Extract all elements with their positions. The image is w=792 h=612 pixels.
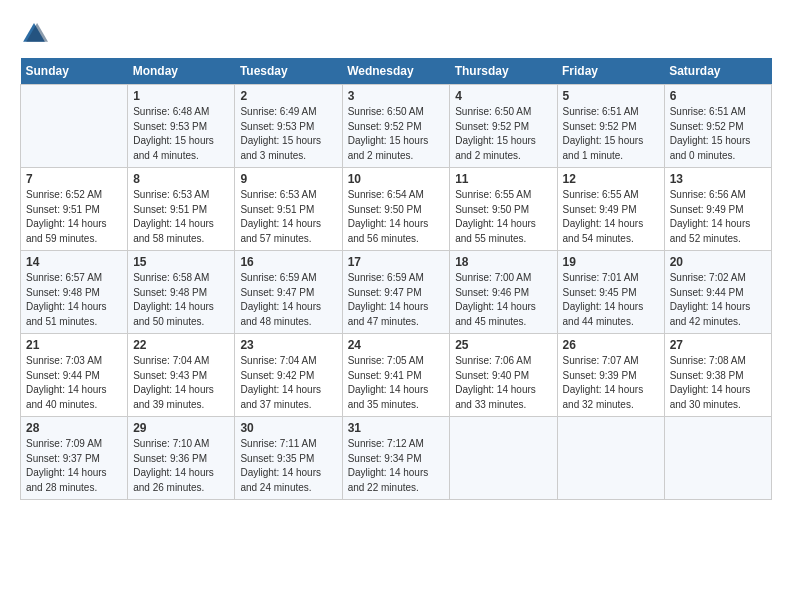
calendar-cell: 7Sunrise: 6:52 AM Sunset: 9:51 PM Daylig… <box>21 168 128 251</box>
day-number: 16 <box>240 255 336 269</box>
day-info: Sunrise: 7:10 AM Sunset: 9:36 PM Dayligh… <box>133 437 229 495</box>
calendar-week-4: 21Sunrise: 7:03 AM Sunset: 9:44 PM Dayli… <box>21 334 772 417</box>
logo <box>20 20 52 48</box>
calendar-cell: 24Sunrise: 7:05 AM Sunset: 9:41 PM Dayli… <box>342 334 450 417</box>
calendar-cell: 18Sunrise: 7:00 AM Sunset: 9:46 PM Dayli… <box>450 251 557 334</box>
day-info: Sunrise: 7:00 AM Sunset: 9:46 PM Dayligh… <box>455 271 551 329</box>
calendar-body: 1Sunrise: 6:48 AM Sunset: 9:53 PM Daylig… <box>21 85 772 500</box>
day-info: Sunrise: 7:07 AM Sunset: 9:39 PM Dayligh… <box>563 354 659 412</box>
day-number: 17 <box>348 255 445 269</box>
day-info: Sunrise: 6:54 AM Sunset: 9:50 PM Dayligh… <box>348 188 445 246</box>
calendar-cell: 15Sunrise: 6:58 AM Sunset: 9:48 PM Dayli… <box>128 251 235 334</box>
calendar-cell: 27Sunrise: 7:08 AM Sunset: 9:38 PM Dayli… <box>664 334 771 417</box>
day-number: 8 <box>133 172 229 186</box>
day-number: 12 <box>563 172 659 186</box>
calendar-cell: 25Sunrise: 7:06 AM Sunset: 9:40 PM Dayli… <box>450 334 557 417</box>
day-number: 28 <box>26 421 122 435</box>
day-number: 30 <box>240 421 336 435</box>
day-number: 13 <box>670 172 766 186</box>
calendar-cell: 4Sunrise: 6:50 AM Sunset: 9:52 PM Daylig… <box>450 85 557 168</box>
calendar-cell: 21Sunrise: 7:03 AM Sunset: 9:44 PM Dayli… <box>21 334 128 417</box>
calendar-week-1: 1Sunrise: 6:48 AM Sunset: 9:53 PM Daylig… <box>21 85 772 168</box>
day-info: Sunrise: 6:48 AM Sunset: 9:53 PM Dayligh… <box>133 105 229 163</box>
calendar-cell <box>557 417 664 500</box>
day-number: 27 <box>670 338 766 352</box>
day-number: 9 <box>240 172 336 186</box>
day-number: 25 <box>455 338 551 352</box>
day-number: 22 <box>133 338 229 352</box>
calendar-table: SundayMondayTuesdayWednesdayThursdayFrid… <box>20 58 772 500</box>
day-number: 31 <box>348 421 445 435</box>
calendar-cell: 12Sunrise: 6:55 AM Sunset: 9:49 PM Dayli… <box>557 168 664 251</box>
day-number: 5 <box>563 89 659 103</box>
day-number: 7 <box>26 172 122 186</box>
day-header-tuesday: Tuesday <box>235 58 342 85</box>
day-number: 21 <box>26 338 122 352</box>
day-info: Sunrise: 7:05 AM Sunset: 9:41 PM Dayligh… <box>348 354 445 412</box>
day-info: Sunrise: 6:51 AM Sunset: 9:52 PM Dayligh… <box>563 105 659 163</box>
day-info: Sunrise: 6:52 AM Sunset: 9:51 PM Dayligh… <box>26 188 122 246</box>
day-info: Sunrise: 6:49 AM Sunset: 9:53 PM Dayligh… <box>240 105 336 163</box>
day-header-sunday: Sunday <box>21 58 128 85</box>
day-number: 18 <box>455 255 551 269</box>
day-info: Sunrise: 7:02 AM Sunset: 9:44 PM Dayligh… <box>670 271 766 329</box>
day-header-thursday: Thursday <box>450 58 557 85</box>
day-info: Sunrise: 6:51 AM Sunset: 9:52 PM Dayligh… <box>670 105 766 163</box>
day-info: Sunrise: 6:59 AM Sunset: 9:47 PM Dayligh… <box>240 271 336 329</box>
calendar-cell: 20Sunrise: 7:02 AM Sunset: 9:44 PM Dayli… <box>664 251 771 334</box>
day-header-saturday: Saturday <box>664 58 771 85</box>
day-info: Sunrise: 7:11 AM Sunset: 9:35 PM Dayligh… <box>240 437 336 495</box>
calendar-cell: 28Sunrise: 7:09 AM Sunset: 9:37 PM Dayli… <box>21 417 128 500</box>
day-number: 24 <box>348 338 445 352</box>
day-number: 1 <box>133 89 229 103</box>
logo-icon <box>20 20 48 48</box>
day-header-monday: Monday <box>128 58 235 85</box>
day-header-wednesday: Wednesday <box>342 58 450 85</box>
day-info: Sunrise: 7:04 AM Sunset: 9:42 PM Dayligh… <box>240 354 336 412</box>
calendar-cell: 5Sunrise: 6:51 AM Sunset: 9:52 PM Daylig… <box>557 85 664 168</box>
day-number: 20 <box>670 255 766 269</box>
day-info: Sunrise: 6:50 AM Sunset: 9:52 PM Dayligh… <box>348 105 445 163</box>
calendar-cell: 17Sunrise: 6:59 AM Sunset: 9:47 PM Dayli… <box>342 251 450 334</box>
calendar-cell: 6Sunrise: 6:51 AM Sunset: 9:52 PM Daylig… <box>664 85 771 168</box>
calendar-cell: 31Sunrise: 7:12 AM Sunset: 9:34 PM Dayli… <box>342 417 450 500</box>
day-number: 4 <box>455 89 551 103</box>
calendar-header-row: SundayMondayTuesdayWednesdayThursdayFrid… <box>21 58 772 85</box>
calendar-cell: 26Sunrise: 7:07 AM Sunset: 9:39 PM Dayli… <box>557 334 664 417</box>
calendar-cell: 23Sunrise: 7:04 AM Sunset: 9:42 PM Dayli… <box>235 334 342 417</box>
day-info: Sunrise: 6:53 AM Sunset: 9:51 PM Dayligh… <box>133 188 229 246</box>
day-info: Sunrise: 7:03 AM Sunset: 9:44 PM Dayligh… <box>26 354 122 412</box>
day-number: 10 <box>348 172 445 186</box>
day-info: Sunrise: 6:57 AM Sunset: 9:48 PM Dayligh… <box>26 271 122 329</box>
calendar-cell: 3Sunrise: 6:50 AM Sunset: 9:52 PM Daylig… <box>342 85 450 168</box>
calendar-cell: 30Sunrise: 7:11 AM Sunset: 9:35 PM Dayli… <box>235 417 342 500</box>
day-number: 3 <box>348 89 445 103</box>
day-number: 11 <box>455 172 551 186</box>
calendar-cell: 29Sunrise: 7:10 AM Sunset: 9:36 PM Dayli… <box>128 417 235 500</box>
day-info: Sunrise: 6:50 AM Sunset: 9:52 PM Dayligh… <box>455 105 551 163</box>
day-header-friday: Friday <box>557 58 664 85</box>
day-info: Sunrise: 6:59 AM Sunset: 9:47 PM Dayligh… <box>348 271 445 329</box>
calendar-week-5: 28Sunrise: 7:09 AM Sunset: 9:37 PM Dayli… <box>21 417 772 500</box>
calendar-cell <box>21 85 128 168</box>
day-info: Sunrise: 6:55 AM Sunset: 9:50 PM Dayligh… <box>455 188 551 246</box>
day-number: 2 <box>240 89 336 103</box>
day-number: 6 <box>670 89 766 103</box>
day-info: Sunrise: 7:08 AM Sunset: 9:38 PM Dayligh… <box>670 354 766 412</box>
day-number: 19 <box>563 255 659 269</box>
day-info: Sunrise: 7:01 AM Sunset: 9:45 PM Dayligh… <box>563 271 659 329</box>
calendar-cell: 10Sunrise: 6:54 AM Sunset: 9:50 PM Dayli… <box>342 168 450 251</box>
day-number: 14 <box>26 255 122 269</box>
calendar-week-2: 7Sunrise: 6:52 AM Sunset: 9:51 PM Daylig… <box>21 168 772 251</box>
calendar-cell: 1Sunrise: 6:48 AM Sunset: 9:53 PM Daylig… <box>128 85 235 168</box>
calendar-cell: 13Sunrise: 6:56 AM Sunset: 9:49 PM Dayli… <box>664 168 771 251</box>
calendar-cell: 19Sunrise: 7:01 AM Sunset: 9:45 PM Dayli… <box>557 251 664 334</box>
day-info: Sunrise: 6:58 AM Sunset: 9:48 PM Dayligh… <box>133 271 229 329</box>
calendar-cell: 22Sunrise: 7:04 AM Sunset: 9:43 PM Dayli… <box>128 334 235 417</box>
day-number: 23 <box>240 338 336 352</box>
calendar-week-3: 14Sunrise: 6:57 AM Sunset: 9:48 PM Dayli… <box>21 251 772 334</box>
calendar-cell <box>450 417 557 500</box>
day-info: Sunrise: 6:53 AM Sunset: 9:51 PM Dayligh… <box>240 188 336 246</box>
day-number: 26 <box>563 338 659 352</box>
page-header <box>20 20 772 48</box>
